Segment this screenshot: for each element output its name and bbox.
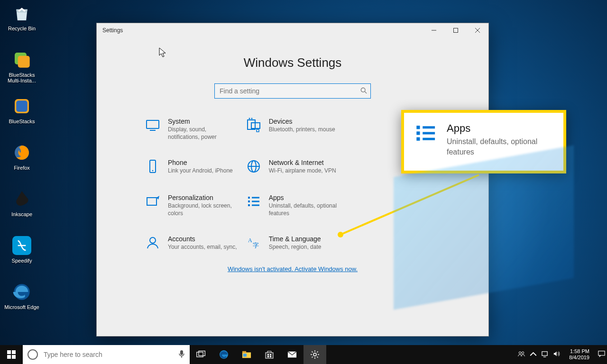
category-system[interactable]: SystemDisplay, sound, notifications, pow…: [144, 118, 239, 141]
callout-title: Apps: [447, 122, 553, 135]
category-title: Network & Internet: [269, 159, 336, 166]
category-desc: Display, sound, notifications, power: [168, 126, 239, 141]
svg-point-63: [522, 352, 524, 354]
svg-rect-19: [257, 129, 259, 132]
svg-rect-25: [147, 198, 156, 205]
svg-point-61: [313, 353, 316, 356]
taskbar-settings[interactable]: [304, 345, 326, 364]
accounts-icon: [144, 235, 161, 252]
search-input[interactable]: [214, 83, 371, 99]
category-phone[interactable]: PhoneLink your Android, iPhone: [144, 159, 239, 176]
edge-icon: [11, 282, 32, 302]
close-button[interactable]: [467, 23, 488, 37]
recycle-bin-icon: [11, 3, 32, 24]
minimize-button[interactable]: [423, 23, 445, 37]
svg-rect-44: [12, 350, 16, 354]
category-network[interactable]: Network & InternetWi-Fi, airplane mode, …: [245, 159, 340, 176]
category-desc: Background, lock screen, colors: [168, 202, 239, 217]
svg-rect-46: [12, 355, 16, 359]
bluestacks-icon: [11, 96, 32, 117]
taskbar-mail[interactable]: [281, 345, 304, 364]
category-title: Devices: [269, 118, 335, 125]
svg-rect-50: [199, 351, 205, 356]
taskbar-search[interactable]: [23, 345, 190, 364]
svg-text:A: A: [248, 237, 252, 244]
svg-rect-59: [270, 356, 271, 357]
svg-rect-35: [416, 126, 420, 129]
svg-rect-66: [598, 351, 605, 355]
page-title: Windows Settings: [116, 55, 469, 70]
category-title: Phone: [168, 159, 233, 166]
desktop-icon-label: Inkscape: [11, 211, 32, 217]
tray-time: 1:58 PM: [569, 348, 589, 355]
category-accounts[interactable]: AccountsYour accounts, email, sync,: [144, 235, 239, 252]
taskbar-store[interactable]: [258, 345, 281, 364]
desktop-icon-firefox[interactable]: Firefox: [4, 142, 40, 171]
category-apps[interactable]: AppsUninstall, defaults, optional featur…: [245, 194, 340, 217]
desktop-icon-label: Speedify: [12, 258, 32, 264]
category-time-language[interactable]: A字 Time & LanguageSpeech, region, date: [245, 235, 340, 252]
svg-rect-37: [416, 137, 420, 141]
titlebar[interactable]: Settings: [97, 23, 488, 37]
personalization-icon: [144, 194, 161, 211]
taskbar-edge[interactable]: [212, 345, 235, 364]
maximize-button[interactable]: [445, 23, 467, 37]
desktop-icon-label: Firefox: [14, 165, 30, 171]
svg-rect-47: [180, 350, 183, 355]
svg-rect-64: [542, 352, 547, 355]
desktop-icon-bluestacks-multi[interactable]: BlueStacks Multi-Insta...: [4, 49, 40, 83]
taskbar-search-input[interactable]: [43, 350, 174, 359]
search-wrap: [214, 83, 371, 99]
category-devices[interactable]: DevicesBluetooth, printers, mouse: [245, 118, 340, 141]
desktop: Recycle Bin BlueStacks Multi-Insta... Bl…: [0, 0, 607, 364]
system-tray: 1:58 PM 8/4/2019: [518, 348, 607, 360]
desktop-icon-recycle-bin[interactable]: Recycle Bin: [4, 3, 40, 31]
tray-volume-icon[interactable]: [553, 350, 561, 359]
inkscape-icon: [11, 189, 32, 209]
category-title: Apps: [269, 194, 340, 201]
svg-rect-43: [7, 350, 11, 354]
activation-link[interactable]: Windows isn't activated. Activate Window…: [228, 265, 358, 273]
globe-icon: [245, 159, 262, 176]
taskbar-explorer[interactable]: [235, 345, 258, 364]
desktop-icon-speedify[interactable]: Speedify: [4, 235, 40, 264]
search-icon: [360, 87, 367, 96]
bluestacks-multi-icon: [11, 49, 32, 70]
desktop-icon-label: Recycle Bin: [8, 26, 36, 31]
desktop-icon-label: Microsoft Edge: [4, 304, 39, 310]
svg-point-18: [251, 118, 252, 119]
apps-icon: [414, 122, 436, 161]
svg-rect-1: [18, 56, 30, 68]
svg-point-32: [150, 237, 156, 243]
phone-icon: [144, 159, 161, 176]
firefox-icon: [11, 142, 32, 163]
svg-point-17: [248, 118, 250, 119]
tray-date: 8/4/2019: [569, 355, 589, 361]
svg-rect-55: [266, 353, 273, 358]
cortana-icon: [28, 349, 38, 360]
tray-chevron-up-icon[interactable]: [530, 350, 537, 359]
start-button[interactable]: [0, 345, 23, 364]
system-icon: [144, 118, 161, 135]
desktop-icon-inkscape[interactable]: Inkscape: [4, 189, 40, 217]
task-view-button[interactable]: [190, 345, 212, 364]
taskbar: 1:58 PM 8/4/2019: [0, 345, 607, 364]
tray-network-icon[interactable]: [542, 350, 549, 359]
svg-rect-26: [248, 197, 250, 199]
category-title: Personalization: [168, 194, 239, 201]
desktop-icon-label: BlueStacks Multi-Insta...: [8, 72, 36, 83]
svg-rect-58: [267, 356, 269, 357]
category-personalization[interactable]: PersonalizationBackground, lock screen, …: [144, 194, 239, 217]
desktop-icon-edge[interactable]: Microsoft Edge: [4, 282, 40, 310]
svg-rect-27: [248, 200, 250, 202]
microphone-icon[interactable]: [178, 350, 185, 360]
tray-notifications-icon[interactable]: [598, 350, 605, 359]
category-desc: Uninstall, defaults, optional features: [269, 202, 340, 217]
svg-rect-56: [267, 354, 269, 355]
devices-icon: [245, 118, 262, 135]
svg-rect-13: [147, 120, 159, 128]
desktop-icon-bluestacks[interactable]: BlueStacks: [4, 96, 40, 124]
speedify-icon: [11, 235, 32, 256]
tray-people-icon[interactable]: [518, 350, 525, 359]
tray-clock[interactable]: 1:58 PM 8/4/2019: [565, 348, 593, 360]
